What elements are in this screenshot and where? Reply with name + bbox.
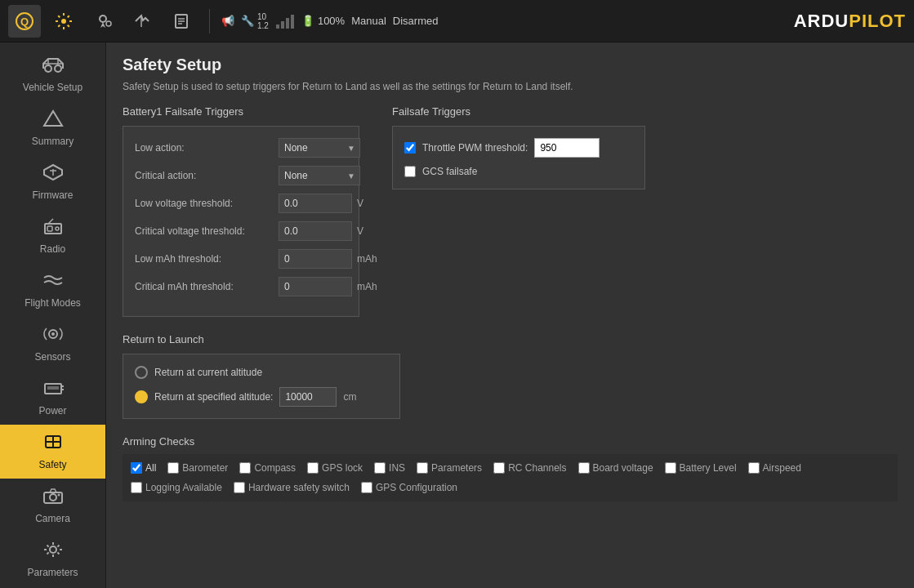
page-description: Safety Setup is used to setup triggers f… [123,81,898,92]
critical-voltage-input[interactable] [279,221,352,241]
low-mah-label: Low mAh threshold: [135,253,274,265]
check-board-voltage-label: Board voltage [593,462,653,474]
sidebar-item-firmware[interactable]: Firmware [0,155,105,209]
critical-voltage-row: Critical voltage threshold: V [135,221,347,241]
low-voltage-unit: V [357,198,363,209]
sidebar-item-safety[interactable]: Safety [0,425,105,479]
check-item-gps-configuration: GPS Configuration [361,482,457,493]
sidebar-label-safety: Safety [38,459,66,470]
gcs-failsafe-row: GCS failsafe [404,166,633,177]
log-nav-button[interactable] [165,5,198,38]
check-hardware-safety-label: Hardware safety switch [248,482,350,493]
sidebar-item-vehicle-setup[interactable]: Vehicle Setup [0,47,105,101]
low-voltage-input[interactable] [279,194,352,213]
svg-point-30 [50,494,56,501]
sidebar-item-sensors[interactable]: Sensors [0,317,105,371]
critical-action-select[interactable]: None [279,166,360,185]
check-gps-configuration-checkbox[interactable] [361,482,372,493]
sidebar-item-flight-modes[interactable]: Flight Modes [0,263,105,317]
critical-action-label: Critical action: [135,170,274,181]
signal-icon [275,13,295,29]
critical-mah-label: Critical mAh threshold: [135,281,274,292]
low-mah-input[interactable] [279,249,352,269]
svg-rect-6 [276,24,279,29]
check-battery-level-checkbox[interactable] [665,462,676,474]
logo-pilot-text: PILOT [849,11,906,31]
svg-point-3 [100,16,106,22]
sidebar-label-vehicle-setup: Vehicle Setup [23,82,82,93]
alert-status: 📢 [221,15,234,27]
logo-ardu-text: ARDU [794,11,849,31]
flight-data-button[interactable] [126,5,158,38]
tools-status: 🔧 101.2 [241,12,269,30]
svg-rect-9 [291,15,294,29]
low-action-select[interactable]: None [279,138,360,158]
home-nav-button[interactable]: Q [8,5,41,38]
check-board-voltage-checkbox[interactable] [578,462,590,474]
check-all-checkbox[interactable] [131,462,142,474]
ardupilot-logo: ARDUPILOT [794,11,906,32]
svg-point-10 [45,65,51,72]
svg-rect-8 [286,18,289,29]
gcs-failsafe-label: GCS failsafe [422,166,477,177]
tools-icon: 🔧 [241,15,254,27]
check-barometer-checkbox[interactable] [167,462,179,474]
critical-mah-input[interactable] [279,277,352,296]
check-airspeed-checkbox[interactable] [748,462,760,474]
rtl-current-alt-row: Return at current altitude [135,366,388,379]
sidebar-label-summary: Summary [32,136,74,147]
low-action-select-wrapper: None [279,138,360,158]
critical-action-row: Critical action: None [135,166,347,185]
sidebar-item-power[interactable]: Power [0,371,105,425]
throttle-pwm-input[interactable] [534,138,600,158]
mode-status: Manual [351,15,386,27]
check-rc-channels-checkbox[interactable] [493,462,505,474]
throttle-pwm-label: Throttle PWM threshold: [422,142,528,154]
firmware-icon [42,163,64,186]
low-voltage-label: Low voltage threshold: [135,198,274,209]
sensors-icon [42,325,64,348]
check-gps-configuration-label: GPS Configuration [376,482,457,493]
check-hardware-safety-checkbox[interactable] [234,482,245,493]
camera-icon [42,487,64,510]
check-gps-lock-checkbox[interactable] [307,462,319,474]
critical-action-select-wrapper: None [279,166,360,185]
sidebar-item-summary[interactable]: Summary [0,101,105,155]
check-logging-checkbox[interactable] [131,482,142,493]
low-mah-unit: mAh [357,253,377,265]
megaphone-icon: 📢 [221,15,234,27]
throttle-pwm-checkbox[interactable] [404,142,416,154]
sidebar-item-radio[interactable]: Radio [0,209,105,263]
svg-point-21 [51,332,55,336]
flight-modes-icon [42,271,64,294]
rtl-altitude-input[interactable] [279,387,337,407]
check-item-all: All [131,462,156,474]
sidebar-item-parameters[interactable]: Parameters [0,532,105,586]
battery-status: 🔋 100% [301,15,345,27]
check-parameters-checkbox[interactable] [417,462,428,474]
check-ins-checkbox[interactable] [374,462,386,474]
rtl-current-alt-radio[interactable] [135,366,148,379]
failsafe-section-title: Failsafe Triggers [392,105,662,118]
page-title: Safety Setup [123,56,898,74]
critical-voltage-unit: V [357,225,363,237]
sidebar-item-camera[interactable]: Camera [0,479,105,532]
check-item-board-voltage: Board voltage [578,462,653,474]
svg-point-32 [50,546,56,553]
main-content: Safety Setup Safety Setup is used to set… [106,42,914,588]
check-compass-checkbox[interactable] [239,462,251,474]
sidebar-label-radio: Radio [40,243,65,255]
svg-point-2 [61,19,66,24]
waypoint-nav-button[interactable] [87,5,119,38]
check-item-hardware-safety: Hardware safety switch [234,482,350,493]
low-action-row: Low action: None [135,138,347,158]
sidebar: Vehicle Setup Summary Firmware [0,42,106,588]
check-all-label: All [145,462,156,474]
arming-checks-title: Arming Checks [123,435,898,448]
check-logging-label: Logging Available [145,482,222,493]
settings-nav-button[interactable] [47,5,80,38]
gcs-failsafe-checkbox[interactable] [404,166,416,177]
svg-point-31 [57,494,60,497]
svg-point-18 [56,227,59,230]
rtl-specified-alt-radio[interactable] [135,390,148,403]
